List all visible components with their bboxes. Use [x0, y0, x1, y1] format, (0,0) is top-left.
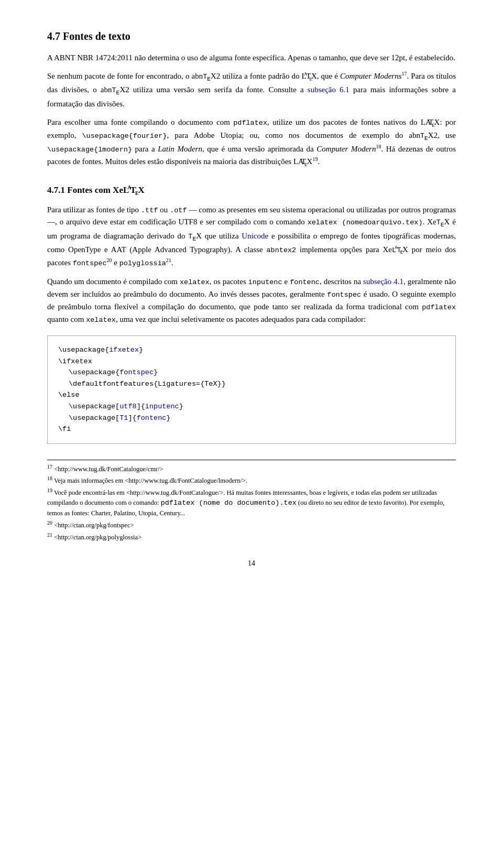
- p4-polyglossia: polyglossia: [119, 259, 166, 267]
- paragraph-4: Para utilizar as fontes de tipo .ttf ou …: [47, 204, 456, 270]
- p5-text-b: , os pacotes: [210, 277, 248, 286]
- code-line-2: \ifxetex: [58, 356, 445, 367]
- p5-inputenc: inputenc: [248, 278, 282, 286]
- p3-computer-modern: Computer Modern: [316, 145, 376, 153]
- p2-tex-logo2: TE: [112, 86, 120, 94]
- paragraph-2: Se nenhum pacote de fonte for encontrado…: [47, 70, 456, 110]
- p5-text-c: e: [282, 277, 290, 286]
- p2-text-f: X2 utiliza uma versão sem serifa da font…: [119, 85, 307, 94]
- code-line-4: \defaultfontfeatures{Ligatures={TeX}}: [58, 378, 445, 390]
- p4-text-h: implementa opções para Xe: [296, 245, 392, 254]
- footnote-18: 18 Veja mais informações em <http://www.…: [47, 476, 456, 486]
- p3-text-h: , que é uma versão aprimorada da: [202, 145, 316, 153]
- p4-xetex-logo: TE: [436, 219, 444, 226]
- fn19-marker: 19: [47, 487, 52, 493]
- p3-latex-logo2: ATE: [298, 157, 307, 166]
- code-text-5: \else: [58, 391, 80, 399]
- p3-text-f: para a: [132, 145, 158, 153]
- code-line-6: \usepackage[utf8]{inputenc}: [58, 401, 445, 413]
- p2-text-b: X2 utiliza a fonte padrão do: [211, 72, 302, 80]
- p5-text-a: Quando um documento é compilado com: [47, 277, 180, 286]
- fn20-marker: 20: [47, 520, 52, 526]
- code-text-1: \usepackage{ifxetex}: [58, 346, 143, 354]
- p5-pdflatex: pdflatex: [422, 303, 456, 311]
- page: 4.7 Fontes de texto A ABNT NBR 14724:201…: [0, 0, 503, 868]
- p2-computer-moderns: Computer Moderns: [340, 72, 401, 80]
- p3-latin-modern: Latin Modern: [158, 145, 202, 153]
- p4-otf: .otf: [170, 207, 187, 214]
- p2-latex-logo: LATE: [302, 72, 311, 80]
- fn21-ref: 21: [166, 257, 171, 263]
- fn19-cmd: pdflatex (nome do documento).tex: [161, 499, 297, 507]
- p3-text-k: X: [307, 157, 313, 166]
- p3-text-b: , utilize um dos pacotes de fontes nativ…: [267, 118, 425, 126]
- code-text-6: \usepackage[utf8]{inputenc}: [58, 401, 183, 413]
- p3-pdflatex: pdflatex: [233, 119, 267, 127]
- subsection-title: 4.7.1 Fontes com XeLATEX: [47, 183, 456, 198]
- code-text-3: \usepackage{fontspec}: [58, 367, 158, 378]
- p4-text-f: X que utiliza: [196, 232, 242, 240]
- p5-xelatex2: xelatex: [86, 316, 116, 324]
- fn19-ref: 19: [312, 156, 318, 162]
- code-text-8: \fi: [58, 425, 71, 433]
- footnote-19: 19 Você pode encontrá-las em <http://www…: [47, 488, 456, 518]
- code-block: \usepackage{ifxetex} \ifxetex \usepackag…: [47, 335, 456, 444]
- p5-fontspec: fontspec: [327, 291, 361, 299]
- p5-text-g: quanto com: [47, 315, 86, 323]
- footnotes: 17 <http://www.tug.dk/FontCatalogue/cmr/…: [47, 460, 456, 542]
- paragraph-1: A ABNT NBR 14724:2011 não determina o us…: [47, 52, 456, 64]
- subsection-6-1-link[interactable]: subseção 6.1: [308, 85, 349, 94]
- p4-xelatex-logo2: LATE: [392, 246, 402, 254]
- fn18-marker: 18: [47, 475, 52, 481]
- p4-xelatex-cmd: xelatex (nomedoarquivo.tex): [308, 219, 423, 226]
- code-line-8: \fi: [58, 424, 445, 435]
- p5-fontenc: fontenc: [290, 278, 320, 286]
- p5-text-h: , uma vez que inclui seletivamente os pa…: [116, 315, 366, 323]
- p2-text-c: X, que é: [311, 72, 340, 80]
- fn20-ref: 20: [107, 257, 112, 263]
- footnote-17: 17 <http://www.tug.dk/FontCatalogue/cmr/…: [47, 464, 456, 474]
- footnote-20: 20 <http://ctan.org/pkg/fontspec>: [47, 520, 456, 530]
- code-line-5: \else: [58, 389, 445, 401]
- fn17-marker: 17: [47, 464, 52, 470]
- p4-text-a: Para utilizar as fontes de tipo: [47, 205, 141, 214]
- code-text-2: \ifxetex: [58, 357, 92, 365]
- p4-tex-logo4: TE: [188, 233, 196, 241]
- subsection-title-text: 4.7.1 Fontes com Xe: [47, 185, 123, 195]
- fn21-marker: 21: [47, 532, 52, 538]
- p3-text-a: Para escolher uma fonte compilando o doc…: [47, 118, 233, 126]
- fn17-ref: 17: [402, 71, 407, 77]
- p3-lmodern: \usepackage{lmodern}: [47, 146, 132, 154]
- p5-xelatex: xelatex: [180, 278, 210, 286]
- p5-text-d: , descritos na: [320, 277, 363, 286]
- page-number: 14: [47, 558, 456, 569]
- code-line-3: \usepackage{fontspec}: [58, 367, 445, 378]
- subsection-4-1-link[interactable]: subseção 4.1: [363, 277, 403, 286]
- p4-text-d: . Xe: [423, 218, 436, 226]
- p3-fourier: \usepackage{fourier}: [82, 132, 167, 140]
- p4-abntex2: abntex2: [267, 246, 297, 254]
- p4-ttf: .ttf: [141, 207, 158, 214]
- p2-tex-logo: TE: [203, 73, 211, 81]
- p2-text-a: Se nenhum pacote de fonte for encontrado…: [47, 72, 203, 80]
- unicode-link[interactable]: Unicode: [242, 232, 268, 240]
- paragraph-5: Quando um documento é compilado com xela…: [47, 276, 456, 326]
- code-text-7: \usepackage[T1]{fontenc}: [58, 413, 170, 424]
- footnote-21: 21 <http://ctan.org/pkg/polyglossia>: [47, 533, 456, 542]
- fn18-ref: 18: [376, 144, 381, 149]
- p4-fontspec: fontspec: [73, 259, 107, 267]
- p3-tex-logo3: TE: [420, 132, 428, 140]
- section-title: 4.7 Fontes de texto: [47, 28, 456, 45]
- p3-latex-logo: ATE: [425, 118, 434, 126]
- p4-text-j: e: [112, 258, 119, 267]
- subsection-xelatex-logo: LATEX: [123, 185, 145, 195]
- paragraph-3: Para escolher uma fonte compilando o doc…: [47, 116, 456, 169]
- p3-text-e: X2, use: [428, 131, 456, 139]
- code-text-4: \defaultfontfeatures{Ligatures={TeX}}: [58, 378, 226, 390]
- code-line-7: \usepackage[T1]{fontenc}: [58, 413, 445, 424]
- p4-text-b: ou: [158, 205, 170, 214]
- code-line-1: \usepackage{ifxetex}: [58, 344, 445, 356]
- p3-text-d: , para Adobe Utopia; ou, como nos docume…: [167, 131, 420, 139]
